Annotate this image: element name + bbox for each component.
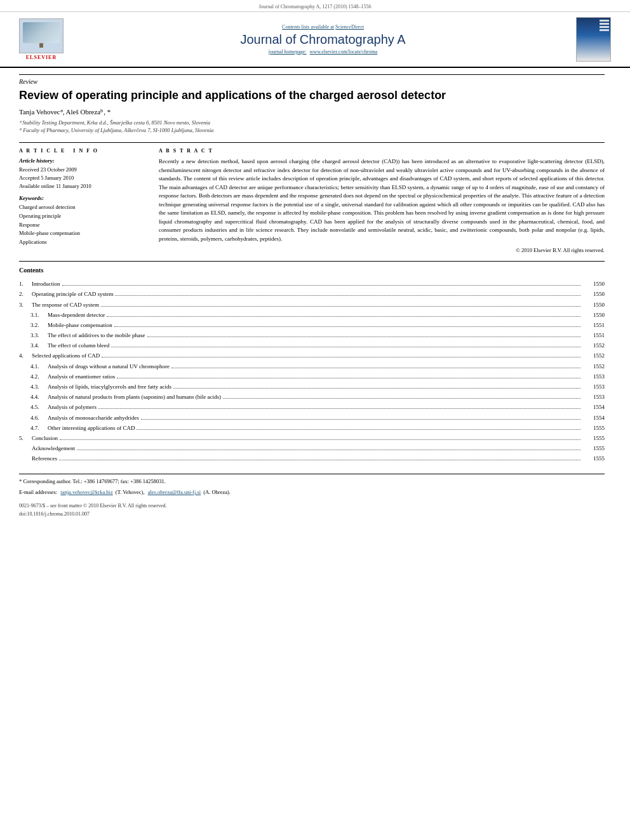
contents-title: Contents bbox=[19, 267, 605, 274]
keyword-1: Charged aerosol detection bbox=[19, 203, 146, 212]
authors-line: Tanja Vehovecᵃ, Aleš Obrezaᵇ, * bbox=[19, 108, 605, 116]
item-dots bbox=[107, 316, 580, 317]
svg-point-2 bbox=[30, 30, 40, 43]
item-sub-number: 4.3. bbox=[19, 382, 48, 392]
contents-available-line: Contents lists available at ScienceDirec… bbox=[70, 24, 576, 30]
item-page: 1555 bbox=[582, 423, 605, 433]
email1-link[interactable]: tanja.vehovec@krka.biz bbox=[60, 489, 112, 495]
item-dots bbox=[223, 398, 580, 399]
svg-point-1 bbox=[34, 25, 49, 43]
bottom-info: 0021-9673/$ – see front matter © 2010 El… bbox=[19, 502, 605, 519]
homepage-line: journal homepage: www.elsevier.com/locat… bbox=[70, 49, 576, 55]
item-label: The effect of additives to the mobile ph… bbox=[48, 330, 145, 340]
item-sub-number: 4.5. bbox=[19, 402, 48, 412]
item-page: 1553 bbox=[582, 382, 605, 392]
article-history: Article history: Received 23 October 200… bbox=[19, 157, 146, 190]
contents-list-item: 4.1.Analysis of drugs without a natural … bbox=[19, 361, 605, 371]
item-sub-number: 4.2. bbox=[19, 371, 48, 382]
svg-point-3 bbox=[43, 30, 53, 43]
journal-header: ELSEVIER Contents lists available at Sci… bbox=[0, 12, 630, 68]
item-label: Selected applications of CAD bbox=[32, 350, 100, 361]
abstract-header: A B S T R A C T bbox=[159, 148, 605, 154]
contents-available-text: Contents lists available at bbox=[282, 24, 334, 30]
svg-rect-4 bbox=[39, 43, 43, 48]
emails-line: E-mail addresses: tanja.vehovec@krka.biz… bbox=[19, 488, 605, 497]
journal-cover-image bbox=[576, 17, 611, 62]
item-label: Mobile-phase compensation bbox=[48, 320, 112, 330]
item-page: 1552 bbox=[582, 361, 605, 371]
cover-stripes bbox=[600, 20, 609, 31]
item-sub-number: 3.1. bbox=[19, 310, 48, 320]
item-page: 1554 bbox=[582, 402, 605, 412]
item-dots bbox=[62, 285, 581, 286]
accepted-date: Accepted 5 January 2010 bbox=[19, 174, 146, 182]
homepage-label: journal homepage: bbox=[269, 49, 307, 55]
email2-name: (A. Obreza). bbox=[203, 489, 231, 495]
item-page: 1553 bbox=[582, 392, 605, 402]
science-direct-link[interactable]: ScienceDirect bbox=[335, 24, 364, 30]
email1-name: (T. Vehovec), bbox=[116, 489, 145, 495]
item-dots bbox=[117, 378, 580, 378]
item-label: Operating principle of CAD system bbox=[32, 289, 113, 299]
article-title: Review of operating principle and applic… bbox=[19, 88, 605, 103]
item-page: 1550 bbox=[582, 289, 605, 299]
contents-list-item: 4.2.Analysis of enantiomer ratios1553 bbox=[19, 371, 605, 382]
item-dots bbox=[102, 357, 580, 357]
contents-list-item: 5.Conclusion1555 bbox=[19, 433, 605, 443]
item-dots bbox=[114, 326, 580, 327]
stripe-3 bbox=[600, 26, 609, 28]
item-label: Analysis of enantiomer ratios bbox=[48, 371, 115, 382]
homepage-url[interactable]: www.elsevier.com/locate/chroma bbox=[310, 49, 378, 55]
keywords-title: Keywords: bbox=[19, 195, 146, 201]
keyword-2: Operating principle bbox=[19, 212, 146, 221]
right-column: A B S T R A C T Recently a new detection… bbox=[159, 148, 605, 253]
item-dots bbox=[171, 368, 580, 368]
item-dots bbox=[173, 388, 580, 389]
item-page: 1552 bbox=[582, 350, 605, 361]
item-page: 1553 bbox=[582, 371, 605, 382]
contents-section: Contents 1.Introduction15502.Operating p… bbox=[19, 261, 605, 463]
left-column: A R T I C L E I N F O Article history: R… bbox=[19, 148, 146, 253]
item-label: Analysis of drugs without a natural UV c… bbox=[48, 361, 170, 371]
item-dots bbox=[59, 460, 580, 460]
item-page: 1555 bbox=[582, 433, 605, 443]
contents-list-item: 3.3.The effect of additives to the mobil… bbox=[19, 330, 605, 340]
item-page: 1552 bbox=[582, 340, 605, 350]
contents-list-item: 1.Introduction1550 bbox=[19, 279, 605, 289]
article-info-header: A R T I C L E I N F O bbox=[19, 148, 146, 154]
contents-list-item: 4.5.Analysis of polymers1554 bbox=[19, 402, 605, 412]
contents-list-item: 4.4.Analysis of natural products from pl… bbox=[19, 392, 605, 402]
contents-list-item: 3.4.The effect of column bleed1552 bbox=[19, 340, 605, 350]
keyword-3: Response bbox=[19, 221, 146, 230]
item-label: Analysis of monosaccharide anhydrides bbox=[48, 413, 139, 423]
item-label: Analysis of lipids, triacylglycerols and… bbox=[48, 382, 171, 392]
item-sub-number: 3.2. bbox=[19, 320, 48, 330]
elsevier-logo-img bbox=[19, 18, 64, 53]
item-label: The effect of column bleed bbox=[48, 340, 109, 350]
contents-list: 1.Introduction15502.Operating principle … bbox=[19, 279, 605, 463]
page-wrapper: Journal of Chromatography A, 1217 (2010)… bbox=[0, 0, 630, 840]
item-label: The response of CAD system bbox=[32, 300, 99, 310]
journal-main-title: Journal of Chromatography A bbox=[70, 32, 576, 47]
keyword-5: Applications bbox=[19, 238, 146, 247]
contents-list-item: 4.7.Other interesting applications of CA… bbox=[19, 423, 605, 433]
item-sub-number: 4.7. bbox=[19, 423, 48, 433]
affiliations: ᵃ Stability Testing Department, Krka d.d… bbox=[19, 119, 605, 135]
item-page: 1551 bbox=[582, 330, 605, 340]
issn-line: 0021-9673/$ – see front matter © 2010 El… bbox=[19, 502, 605, 510]
item-dots bbox=[137, 429, 580, 430]
contents-list-item: 2.Operating principle of CAD system1550 bbox=[19, 289, 605, 299]
item-dots bbox=[60, 439, 580, 440]
item-page: 1555 bbox=[582, 453, 605, 463]
item-label: Introduction bbox=[32, 279, 60, 289]
contents-list-item: 3.The response of CAD system1550 bbox=[19, 300, 605, 310]
item-page: 1554 bbox=[582, 413, 605, 423]
stripe-4 bbox=[600, 29, 609, 31]
email2-link[interactable]: ales.obreza@ffa.uni-lj.si bbox=[148, 489, 201, 495]
received-date: Received 23 October 2009 bbox=[19, 166, 146, 174]
item-sub-number: 3.3. bbox=[19, 330, 48, 340]
item-label: Conclusion bbox=[32, 433, 58, 443]
corresponding-author: * Corresponding author. Tel.: +386 14769… bbox=[19, 477, 605, 486]
item-sub-number: 4.6. bbox=[19, 413, 48, 423]
keyword-4: Mobile-phase compensation bbox=[19, 229, 146, 238]
